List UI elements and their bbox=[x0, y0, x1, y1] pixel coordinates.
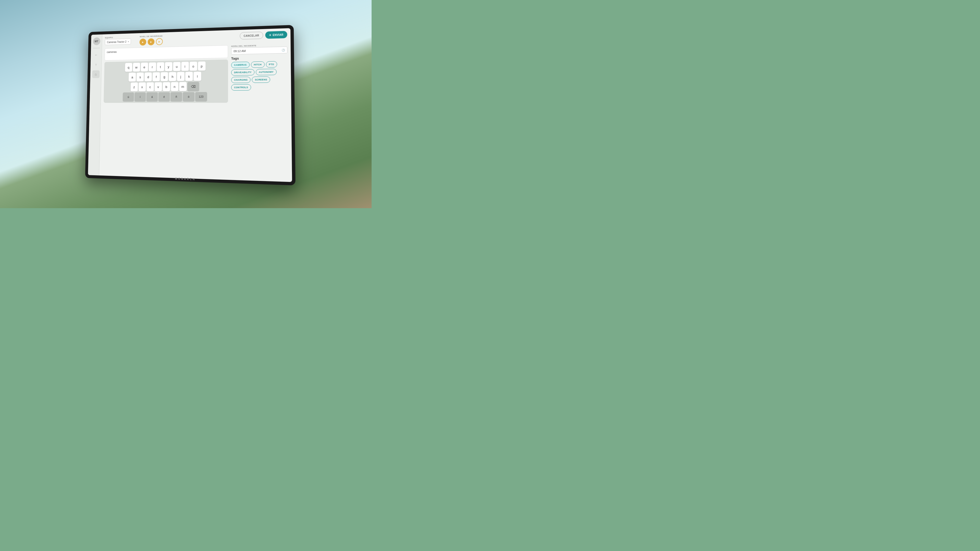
key-v[interactable]: v bbox=[154, 82, 162, 91]
action-buttons: CANCELAR ✈ ENVIAR bbox=[240, 31, 287, 40]
key-e[interactable]: e bbox=[141, 62, 148, 71]
key-l[interactable]: l bbox=[193, 72, 201, 81]
key-i-accent[interactable]: í bbox=[135, 92, 146, 101]
keyboard-row-2: a s d f g h j k l bbox=[105, 71, 226, 82]
key-o-accent[interactable]: ó bbox=[183, 92, 194, 101]
sidebar-divider bbox=[93, 48, 100, 48]
severity-buttons bbox=[139, 38, 162, 46]
key-h[interactable]: h bbox=[169, 72, 177, 81]
key-c[interactable]: c bbox=[146, 83, 154, 91]
key-w[interactable]: w bbox=[133, 63, 140, 72]
chevron-down-icon: ▾ bbox=[128, 40, 129, 43]
tablet-device: MT ← ↑ ⌂ EQUIPO Cameras Tractor 2 ▾ bbox=[85, 25, 295, 186]
key-o[interactable]: o bbox=[189, 62, 197, 71]
send-label: ENVIAR bbox=[272, 33, 283, 36]
key-m[interactable]: m bbox=[179, 82, 186, 91]
text-input-area[interactable]: cameras bbox=[105, 45, 228, 60]
tag-pto[interactable]: PTO bbox=[266, 61, 277, 68]
key-u-accent[interactable]: ú bbox=[123, 92, 134, 101]
time-value: 09:12 AM bbox=[234, 49, 246, 52]
text-input-value: cameras bbox=[107, 50, 117, 53]
right-panel: HORA DEL INCIDENTE 09:12 AM 🕐 Tags CAMER… bbox=[231, 44, 289, 179]
equipo-value: Cameras Tractor 2 bbox=[107, 40, 126, 44]
key-r[interactable]: r bbox=[148, 62, 156, 71]
tag-driveability[interactable]: DRIVEABILITY bbox=[231, 69, 255, 76]
key-b[interactable]: b bbox=[162, 82, 170, 91]
keyboard-row-4: ú í á é ñ ó 123 bbox=[105, 92, 227, 101]
key-n[interactable]: n bbox=[171, 82, 178, 91]
tag-controls[interactable]: CONTROLS bbox=[231, 84, 251, 91]
sidebar-home-button[interactable]: ⌂ bbox=[92, 70, 100, 78]
severity-btn-1[interactable] bbox=[139, 38, 146, 46]
time-field-group: HORA DEL INCIDENTE 09:12 AM 🕐 bbox=[231, 44, 287, 55]
severity-group: NIVEL DE SEVERIDAD bbox=[139, 35, 163, 46]
tag-screens[interactable]: SCREENS bbox=[252, 76, 270, 83]
send-button[interactable]: ✈ ENVIAR bbox=[265, 31, 287, 39]
key-a-accent[interactable]: á bbox=[146, 92, 158, 101]
main-content: EQUIPO Cameras Tractor 2 ▾ NIVEL DE SEVE… bbox=[99, 28, 292, 182]
tag-autonomy[interactable]: AUTONOMY bbox=[256, 68, 277, 75]
tablet-screen: MT ← ↑ ⌂ EQUIPO Cameras Tractor 2 ▾ bbox=[88, 28, 292, 182]
clock-icon: 🕐 bbox=[282, 48, 285, 52]
left-panel: cameras q w e r t y u i bbox=[102, 45, 228, 177]
key-k[interactable]: k bbox=[185, 72, 193, 81]
key-d[interactable]: d bbox=[145, 73, 152, 81]
key-e-accent[interactable]: é bbox=[159, 92, 170, 102]
tag-charging[interactable]: CHARGING bbox=[231, 77, 251, 83]
key-p[interactable]: p bbox=[198, 62, 205, 71]
key-t[interactable]: t bbox=[157, 62, 164, 71]
time-input[interactable]: 09:12 AM 🕐 bbox=[231, 46, 287, 55]
keyboard: q w e r t y u i o p a bbox=[103, 59, 228, 103]
equipo-field-group: EQUIPO Cameras Tractor 2 ▾ bbox=[105, 36, 131, 45]
severity-btn-2[interactable] bbox=[148, 38, 154, 45]
keyboard-row-1: q w e r t y u i o p bbox=[106, 61, 226, 72]
tags-grid: CAMERAS HITCH PTO DRIVEABILITY AUTONOMY … bbox=[231, 61, 288, 91]
key-x[interactable]: x bbox=[138, 83, 146, 91]
key-i[interactable]: i bbox=[181, 62, 189, 71]
key-j[interactable]: j bbox=[177, 72, 185, 81]
tablet-brand: MONARCH bbox=[175, 177, 196, 181]
key-f[interactable]: f bbox=[153, 72, 160, 81]
key-s[interactable]: s bbox=[137, 73, 144, 81]
content-area: cameras q w e r t y u i bbox=[102, 44, 289, 179]
key-n-tilde[interactable]: ñ bbox=[170, 92, 182, 101]
tag-cameras[interactable]: CAMERAS bbox=[231, 62, 250, 68]
backspace-key[interactable]: ⌫ bbox=[187, 82, 199, 91]
severity-btn-3[interactable] bbox=[156, 38, 163, 45]
key-u[interactable]: u bbox=[173, 62, 181, 71]
sidebar-up-button[interactable]: ↑ bbox=[92, 61, 100, 68]
key-123[interactable]: 123 bbox=[195, 92, 207, 101]
key-g[interactable]: g bbox=[161, 72, 168, 81]
keyboard-row-3: z x c v b n m ⌫ bbox=[105, 82, 226, 92]
key-y[interactable]: y bbox=[165, 62, 172, 71]
tags-title: Tags bbox=[231, 56, 288, 60]
cancel-button[interactable]: CANCELAR bbox=[240, 32, 263, 40]
equipo-select[interactable]: Cameras Tractor 2 ▾ bbox=[105, 38, 131, 45]
tags-section: Tags CAMERAS HITCH PTO DRIVEABILITY AUTO… bbox=[231, 56, 288, 91]
key-q[interactable]: q bbox=[125, 63, 132, 72]
severity-label: NIVEL DE SEVERIDAD bbox=[140, 35, 162, 38]
key-a[interactable]: a bbox=[129, 73, 136, 82]
send-icon: ✈ bbox=[269, 34, 271, 37]
key-z[interactable]: z bbox=[130, 83, 138, 91]
tag-hitch[interactable]: HITCH bbox=[251, 62, 265, 68]
user-initials: MT bbox=[93, 37, 100, 45]
sidebar-back-button[interactable]: ← bbox=[92, 51, 100, 59]
